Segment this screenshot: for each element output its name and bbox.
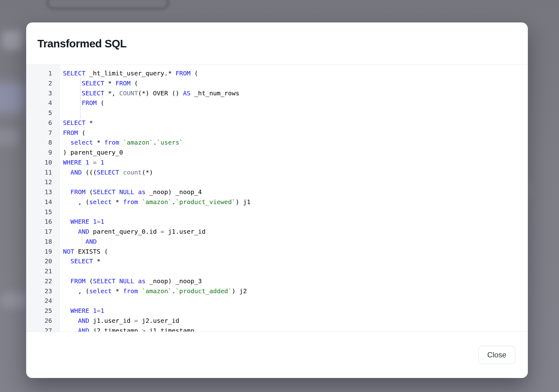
sql-token-pl [63, 277, 70, 285]
sql-token-pl: j1.user_id [164, 228, 205, 235]
line-number: 22 [26, 276, 52, 286]
sql-token-pl [116, 188, 119, 196]
sql-code-line: select * from `amazon`.`users` [63, 138, 528, 148]
background-blur-shape [0, 82, 26, 114]
sql-token-num: 1 [93, 307, 97, 314]
sql-token-fn: count [123, 169, 142, 176]
sql-token-pl: . [172, 198, 175, 206]
sql-code-line: AND j2.timestamp > j1.timestamp [63, 326, 528, 332]
modal-footer: Close [26, 332, 528, 378]
sql-code-line: SELECT *, COUNT(*) OVER () AS _ht_num_ro… [63, 88, 528, 98]
sql-code-line: AND j1.user_id = j2.user_id [63, 316, 528, 326]
sql-token-pl: * [112, 198, 123, 206]
sql-token-pl [63, 307, 70, 314]
line-number: 4 [26, 98, 52, 108]
sql-token-pl [63, 139, 70, 146]
sql-token-pl: ) j1 [236, 198, 251, 206]
line-number: 7 [26, 128, 52, 138]
sql-token-kw: FROM [70, 277, 85, 285]
sql-token-pl: _noop) _noop_3 [146, 277, 202, 285]
line-number-gutter: 1234567891011121314151617181920212223242… [26, 65, 60, 332]
indent-guide [80, 79, 81, 118]
line-number: 10 [26, 158, 52, 168]
sql-code-line: WHERE 1 = 1 [63, 158, 528, 168]
sql-code-line: ) parent_query_0 [63, 148, 528, 158]
sql-token-pl [89, 159, 93, 166]
sql-token-pl [63, 218, 70, 225]
sql-token-pl [89, 218, 93, 225]
sql-token-pl: ( [85, 188, 93, 196]
sql-token-op: = [97, 307, 100, 314]
sql-token-pl: j1.timestamp [146, 327, 194, 332]
sql-token-pl [63, 188, 70, 196]
sql-token-op: = [93, 159, 97, 166]
line-number: 21 [26, 266, 52, 276]
sql-token-kw: FROM [82, 99, 97, 107]
sql-code-line [63, 108, 528, 118]
sql-token-pl: * [93, 257, 100, 265]
background-blur-shape [2, 31, 22, 50]
sql-token-pl: j2.user_id [138, 317, 179, 324]
transformed-sql-modal: Transformed SQL 123456789101112131415161… [26, 22, 528, 378]
line-number: 17 [26, 227, 52, 237]
line-number: 26 [26, 316, 52, 326]
sql-code-line [63, 177, 528, 187]
background-blur-toolbar [47, 0, 169, 9]
sql-token-pl: EXISTS ( [74, 248, 108, 255]
sql-token-str: `product_viewed` [175, 198, 236, 206]
sql-token-pl: . [153, 139, 157, 146]
sql-token-kw: from [123, 287, 138, 295]
sql-token-op: = [160, 228, 164, 235]
sql-token-pl: (*) [142, 169, 153, 176]
sql-token-str: `amazon` [123, 139, 153, 146]
sql-token-pl [134, 188, 138, 196]
sql-token-op: = [97, 218, 100, 225]
line-number: 2 [26, 79, 52, 88]
sql-token-kw: select [89, 198, 112, 206]
sql-token-kw: FROM [175, 69, 190, 77]
sql-token-str: `product_added` [175, 287, 232, 295]
sql-code-line: AND [63, 237, 528, 247]
sql-token-pl: j1.user_id [89, 317, 134, 324]
sql-token-kw: from [123, 198, 138, 206]
sql-token-pl: j2.timestamp [89, 327, 142, 332]
sql-token-str: `amazon` [142, 287, 172, 295]
sql-token-pl [63, 99, 82, 107]
sql-token-kw: select [70, 139, 93, 146]
sql-token-kw: AND [85, 238, 97, 245]
sql-token-kw: AND [70, 169, 82, 176]
sql-token-pl [138, 287, 142, 295]
sql-token-kw: select [89, 287, 112, 295]
sql-token-kw: SELECT [93, 277, 115, 285]
sql-token-kw: SELECT [63, 119, 85, 127]
sql-token-pl [63, 317, 78, 324]
sql-token-kw: AS [183, 89, 190, 97]
line-number: 8 [26, 138, 52, 148]
sql-token-pl: _ht_num_rows [190, 89, 239, 97]
sql-token-kw: FROM [70, 188, 85, 196]
sql-token-fn: COUNT [119, 89, 138, 97]
sql-token-num: 1 [100, 307, 104, 314]
sql-token-kw: as [138, 188, 146, 196]
line-number: 11 [26, 168, 52, 178]
close-button[interactable]: Close [478, 346, 515, 364]
sql-token-pl: * [104, 79, 115, 87]
sql-token-kw: WHERE [70, 307, 89, 314]
sql-code-line: SELECT * FROM ( [63, 79, 528, 88]
sql-token-op: = [134, 317, 138, 324]
sql-token-kw: as [138, 277, 146, 285]
sql-token-pl: ) parent_query_0 [63, 149, 123, 156]
line-number: 24 [26, 296, 52, 306]
sql-token-str: `amazon` [142, 198, 172, 206]
sql-code-viewer[interactable]: 1234567891011121314151617181920212223242… [26, 65, 528, 332]
sql-code-content: SELECT _ht_limit_user_query.* FROM ( SEL… [60, 65, 528, 332]
sql-code-line: FROM (SELECT NULL as _noop) _noop_4 [63, 187, 528, 197]
line-number: 1 [26, 69, 52, 79]
sql-token-kw: FROM [63, 129, 78, 136]
sql-code-line: SELECT * [63, 118, 528, 128]
sql-code-line: WHERE 1=1 [63, 217, 528, 227]
indent-guide [82, 237, 82, 246]
sql-token-kw: SELECT [82, 89, 104, 97]
sql-token-op: > [142, 327, 146, 332]
sql-token-pl [97, 159, 100, 166]
